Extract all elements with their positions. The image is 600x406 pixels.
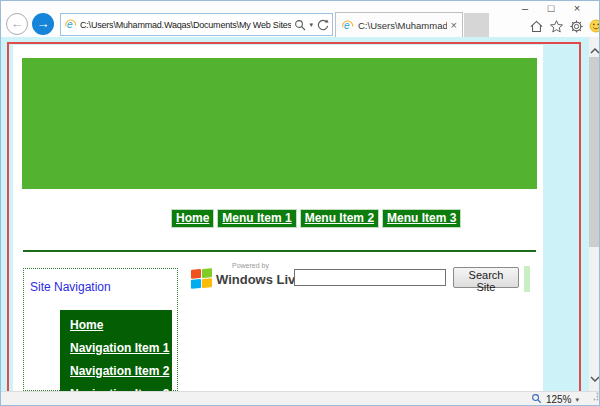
svg-text:e: e: [67, 19, 73, 30]
nav-item-2[interactable]: Navigation Item 2: [70, 365, 172, 378]
flag-blue-pane: [191, 279, 201, 289]
scrollbar-down-icon[interactable]: [590, 369, 600, 387]
site-navigation-panel: Site Navigation Home Navigation Item 1 N…: [23, 268, 178, 391]
zoom-dropdown-icon[interactable]: ▾: [575, 396, 579, 404]
webpage: Home Menu Item 1 Menu Item 2 Menu Item 3…: [13, 45, 543, 391]
page-viewport: Home Menu Item 1 Menu Item 2 Menu Item 3…: [1, 37, 600, 391]
windows-live-brand: Windows Live: [216, 272, 303, 287]
tab-close-icon[interactable]: ×: [451, 20, 457, 31]
scrollbar-thumb[interactable]: [589, 57, 600, 247]
search-icon[interactable]: [294, 19, 306, 31]
horizontal-divider: [23, 250, 536, 252]
home-icon[interactable]: [528, 18, 544, 34]
zoom-control[interactable]: 125% ▾: [531, 393, 579, 406]
back-button[interactable]: ←: [6, 13, 28, 35]
window-controls: – □ ×: [519, 3, 583, 14]
menu-item-3[interactable]: Menu Item 3: [382, 209, 461, 228]
green-accent-strip: [524, 266, 530, 292]
smiley-feedback-icon[interactable]: [588, 18, 600, 34]
ie-page-icon: e: [64, 18, 77, 31]
status-bar: 125% ▾: [1, 391, 600, 406]
chrome-action-icons: [528, 18, 600, 34]
refresh-icon[interactable]: [316, 18, 329, 31]
flag-green-pane: [202, 268, 212, 278]
flag-yellow-pane: [202, 278, 212, 288]
ie-tab-icon: e: [341, 19, 354, 32]
masthead-banner: [22, 58, 537, 189]
maximize-button[interactable]: □: [545, 3, 557, 14]
browser-chrome: – □ × ← → e C:\Users\Muhammad.Waqas\Docu…: [1, 1, 600, 37]
close-button[interactable]: ×: [571, 3, 583, 14]
search-site-button[interactable]: Search Site: [453, 267, 519, 288]
navigation-menu: Home Navigation Item 1 Navigation Item 2…: [60, 310, 172, 391]
site-navigation-title: Site Navigation: [30, 280, 111, 294]
browser-tab[interactable]: e C:\Users\Muhammad.Waq… ×: [335, 12, 463, 37]
zoom-level-label: 125%: [546, 394, 572, 405]
address-url[interactable]: C:\Users\Muhammad.Waqas\Documents\My Web…: [80, 20, 291, 30]
favorites-star-icon[interactable]: [548, 18, 564, 34]
svg-text:e: e: [344, 20, 350, 31]
forward-icon: →: [37, 16, 50, 31]
back-icon: ←: [11, 16, 24, 31]
tab-title: C:\Users\Muhammad.Waq…: [358, 20, 447, 31]
menu-item-home[interactable]: Home: [171, 209, 214, 228]
resize-grip[interactable]: [590, 387, 599, 405]
powered-by-label: Powered by: [232, 262, 269, 269]
site-search-input[interactable]: [294, 269, 446, 286]
browser-window: – □ × ← → e C:\Users\Muhammad.Waqas\Docu…: [0, 0, 600, 406]
address-dropdown-icon[interactable]: ▾: [309, 21, 313, 29]
windows-flag-icon: [191, 268, 212, 289]
address-bar[interactable]: e C:\Users\Muhammad.Waqas\Documents\My W…: [60, 13, 333, 36]
menu-item-2[interactable]: Menu Item 2: [300, 209, 379, 228]
nav-item-1[interactable]: Navigation Item 1: [70, 342, 172, 355]
minimize-button[interactable]: –: [519, 3, 531, 14]
new-tab-button[interactable]: [464, 13, 489, 37]
flag-red-pane: [191, 269, 201, 279]
zoom-magnifier-icon: [531, 393, 542, 406]
forward-button[interactable]: →: [32, 13, 54, 35]
settings-gear-icon[interactable]: [568, 18, 584, 34]
vertical-scrollbar[interactable]: [589, 37, 600, 391]
menu-item-1[interactable]: Menu Item 1: [217, 209, 296, 228]
top-menu: Home Menu Item 1 Menu Item 2 Menu Item 3: [171, 209, 461, 228]
nav-item-home[interactable]: Home: [70, 319, 172, 332]
